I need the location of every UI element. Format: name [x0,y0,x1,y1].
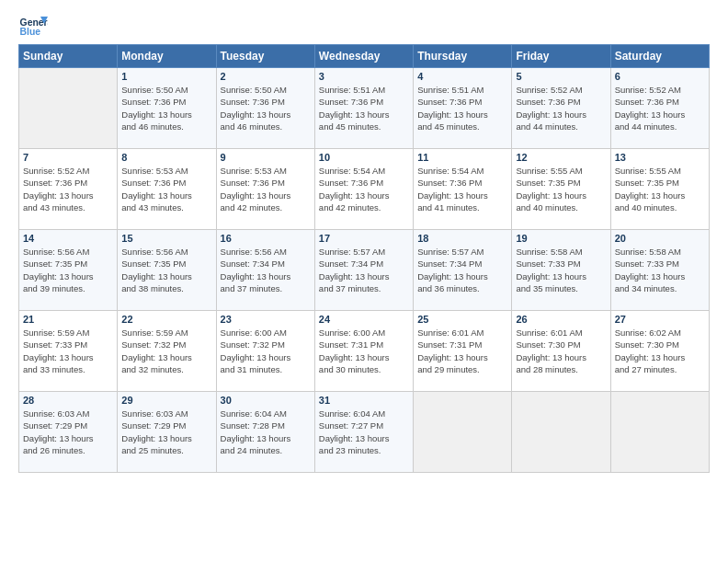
day-number: 29 [121,395,211,406]
day-info: Sunrise: 6:04 AMSunset: 7:27 PMDaylight:… [319,408,409,456]
day-info: Sunrise: 5:53 AMSunset: 7:36 PMDaylight:… [221,165,311,213]
calendar-cell: 7Sunrise: 5:52 AMSunset: 7:36 PMDaylight… [19,149,118,230]
day-info: Sunrise: 5:56 AMSunset: 7:35 PMDaylight:… [23,246,113,294]
day-number: 26 [516,314,606,325]
calendar-cell: 26Sunrise: 6:01 AMSunset: 7:30 PMDayligh… [512,311,610,392]
day-number: 3 [319,71,409,82]
calendar-cell [610,392,709,473]
calendar-week-row: 1Sunrise: 5:50 AMSunset: 7:36 PMDaylight… [19,68,710,149]
day-number: 21 [23,314,113,325]
day-info: Sunrise: 5:59 AMSunset: 7:33 PMDaylight:… [23,327,113,375]
day-number: 1 [121,71,211,82]
calendar-cell: 30Sunrise: 6:04 AMSunset: 7:28 PMDayligh… [216,392,314,473]
day-number: 12 [516,152,606,163]
day-info: Sunrise: 6:02 AMSunset: 7:30 PMDaylight:… [615,327,705,375]
weekday-header-monday: Monday [118,45,216,68]
day-number: 8 [121,152,211,163]
calendar-cell: 8Sunrise: 5:53 AMSunset: 7:36 PMDaylight… [118,149,216,230]
day-info: Sunrise: 5:57 AMSunset: 7:34 PMDaylight:… [417,246,507,294]
calendar-cell: 5Sunrise: 5:52 AMSunset: 7:36 PMDaylight… [512,68,610,149]
day-info: Sunrise: 5:59 AMSunset: 7:32 PMDaylight:… [121,327,211,375]
day-number: 11 [417,152,507,163]
day-info: Sunrise: 5:51 AMSunset: 7:36 PMDaylight:… [319,84,409,132]
day-number: 7 [23,152,113,163]
calendar-cell: 20Sunrise: 5:58 AMSunset: 7:33 PMDayligh… [610,230,709,311]
calendar-cell: 25Sunrise: 6:01 AMSunset: 7:31 PMDayligh… [414,311,512,392]
calendar-cell: 28Sunrise: 6:03 AMSunset: 7:29 PMDayligh… [19,392,118,473]
calendar-cell: 6Sunrise: 5:52 AMSunset: 7:36 PMDaylight… [610,68,709,149]
day-info: Sunrise: 5:57 AMSunset: 7:34 PMDaylight:… [319,246,409,294]
day-info: Sunrise: 5:51 AMSunset: 7:36 PMDaylight:… [417,84,507,132]
day-info: Sunrise: 6:01 AMSunset: 7:31 PMDaylight:… [417,327,507,375]
day-info: Sunrise: 6:00 AMSunset: 7:32 PMDaylight:… [221,327,311,375]
calendar-cell: 15Sunrise: 5:56 AMSunset: 7:35 PMDayligh… [118,230,216,311]
calendar-cell: 23Sunrise: 6:00 AMSunset: 7:32 PMDayligh… [216,311,314,392]
calendar-cell: 22Sunrise: 5:59 AMSunset: 7:32 PMDayligh… [118,311,216,392]
calendar-cell: 9Sunrise: 5:53 AMSunset: 7:36 PMDaylight… [216,149,314,230]
calendar-week-row: 21Sunrise: 5:59 AMSunset: 7:33 PMDayligh… [19,311,710,392]
day-number: 27 [615,314,705,325]
day-info: Sunrise: 5:52 AMSunset: 7:36 PMDaylight:… [516,84,606,132]
day-number: 9 [221,152,311,163]
calendar-cell: 12Sunrise: 5:55 AMSunset: 7:35 PMDayligh… [512,149,610,230]
calendar-cell: 10Sunrise: 5:54 AMSunset: 7:36 PMDayligh… [314,149,413,230]
day-info: Sunrise: 5:56 AMSunset: 7:34 PMDaylight:… [221,246,311,294]
calendar-cell [512,392,610,473]
day-number: 28 [23,395,113,406]
day-number: 31 [319,395,409,406]
day-number: 5 [516,71,606,82]
day-info: Sunrise: 5:58 AMSunset: 7:33 PMDaylight:… [615,246,705,294]
page-header: General Blue [18,15,710,40]
day-number: 18 [417,233,507,244]
calendar-cell: 1Sunrise: 5:50 AMSunset: 7:36 PMDaylight… [118,68,216,149]
calendar-cell: 17Sunrise: 5:57 AMSunset: 7:34 PMDayligh… [314,230,413,311]
calendar-cell [19,68,118,149]
weekday-header-friday: Friday [512,45,610,68]
calendar-cell: 4Sunrise: 5:51 AMSunset: 7:36 PMDaylight… [414,68,512,149]
day-info: Sunrise: 6:03 AMSunset: 7:29 PMDaylight:… [121,408,211,456]
day-info: Sunrise: 6:04 AMSunset: 7:28 PMDaylight:… [221,408,311,456]
day-number: 14 [23,233,113,244]
day-number: 4 [417,71,507,82]
day-info: Sunrise: 6:00 AMSunset: 7:31 PMDaylight:… [319,327,409,375]
calendar-table: SundayMondayTuesdayWednesdayThursdayFrid… [18,44,710,473]
day-info: Sunrise: 5:55 AMSunset: 7:35 PMDaylight:… [615,165,705,213]
day-info: Sunrise: 5:55 AMSunset: 7:35 PMDaylight:… [516,165,606,213]
day-number: 23 [221,314,311,325]
day-number: 25 [417,314,507,325]
day-info: Sunrise: 5:54 AMSunset: 7:36 PMDaylight:… [417,165,507,213]
logo: General Blue [18,15,48,40]
day-number: 13 [615,152,705,163]
day-info: Sunrise: 5:50 AMSunset: 7:36 PMDaylight:… [221,84,311,132]
day-number: 2 [221,71,311,82]
day-number: 22 [121,314,211,325]
calendar-cell: 27Sunrise: 6:02 AMSunset: 7:30 PMDayligh… [610,311,709,392]
day-number: 24 [319,314,409,325]
calendar-cell: 18Sunrise: 5:57 AMSunset: 7:34 PMDayligh… [414,230,512,311]
day-info: Sunrise: 5:56 AMSunset: 7:35 PMDaylight:… [121,246,211,294]
weekday-header-tuesday: Tuesday [216,45,314,68]
weekday-header-row: SundayMondayTuesdayWednesdayThursdayFrid… [19,45,710,68]
day-number: 15 [121,233,211,244]
day-info: Sunrise: 5:54 AMSunset: 7:36 PMDaylight:… [319,165,409,213]
calendar-week-row: 7Sunrise: 5:52 AMSunset: 7:36 PMDaylight… [19,149,710,230]
day-number: 10 [319,152,409,163]
day-info: Sunrise: 5:52 AMSunset: 7:36 PMDaylight:… [615,84,705,132]
calendar-cell: 16Sunrise: 5:56 AMSunset: 7:34 PMDayligh… [216,230,314,311]
day-info: Sunrise: 5:50 AMSunset: 7:36 PMDaylight:… [121,84,211,132]
day-info: Sunrise: 6:01 AMSunset: 7:30 PMDaylight:… [516,327,606,375]
day-number: 17 [319,233,409,244]
weekday-header-thursday: Thursday [414,45,512,68]
day-info: Sunrise: 5:58 AMSunset: 7:33 PMDaylight:… [516,246,606,294]
calendar-cell: 3Sunrise: 5:51 AMSunset: 7:36 PMDaylight… [314,68,413,149]
weekday-header-sunday: Sunday [19,45,118,68]
calendar-cell: 31Sunrise: 6:04 AMSunset: 7:27 PMDayligh… [314,392,413,473]
day-number: 19 [516,233,606,244]
calendar-week-row: 14Sunrise: 5:56 AMSunset: 7:35 PMDayligh… [19,230,710,311]
svg-text:Blue: Blue [20,27,41,37]
weekday-header-wednesday: Wednesday [314,45,413,68]
day-number: 20 [615,233,705,244]
calendar-cell [414,392,512,473]
calendar-cell: 24Sunrise: 6:00 AMSunset: 7:31 PMDayligh… [314,311,413,392]
calendar-cell: 14Sunrise: 5:56 AMSunset: 7:35 PMDayligh… [19,230,118,311]
